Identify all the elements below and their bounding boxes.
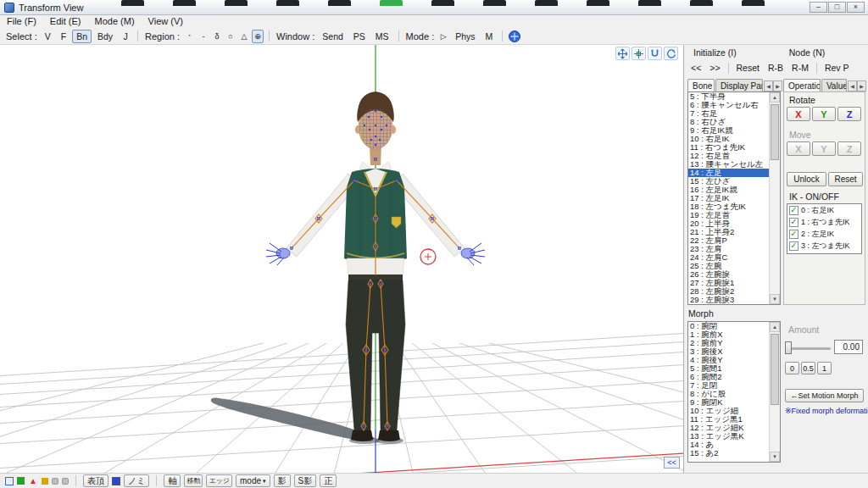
bone-list-item[interactable]: 18 : 左つま先IK — [688, 202, 769, 211]
bone-list-item[interactable]: 21 : 上半身2 — [688, 228, 769, 236]
rotate-y-button[interactable]: Y — [812, 107, 836, 121]
bone-list-item[interactable]: 5 : 下半身 — [688, 92, 769, 101]
morph-list[interactable]: ▲ ▼ 0 : 腕閉 1 : 腕前X 2 : 腕前Y 3 : 腕後X 4 : 腕… — [687, 321, 781, 463]
menu-mode[interactable]: Mode (M) — [88, 15, 142, 28]
scroll-down-icon[interactable]: ▼ — [770, 294, 780, 304]
unlock-button[interactable]: Unlock — [787, 172, 826, 186]
move-x-button[interactable]: X — [787, 141, 810, 156]
bone-list-item[interactable]: 27 : 左腕捩1 — [688, 279, 769, 287]
bone-list-item[interactable]: 26 : 左腕捩 — [688, 270, 769, 279]
ik-item[interactable]: ✓ 3 : 左つま先IK — [787, 240, 861, 252]
region-triangle-button[interactable]: △ — [238, 30, 250, 43]
morph-list-item[interactable]: 15 : あ2 — [688, 449, 769, 458]
reset-bone-button[interactable]: R-B — [764, 63, 787, 73]
maximize-button[interactable]: □ — [828, 2, 846, 13]
bone-list-item[interactable]: 13 : 腰キャンセル左 — [688, 160, 769, 169]
scroll-up-icon[interactable]: ▲ — [770, 322, 780, 332]
show-vertices-button[interactable]: 表頂 — [83, 474, 108, 487]
morph-list-item[interactable]: 6 : 腕間2 — [688, 373, 769, 381]
checkbox-checked-icon[interactable]: ✓ — [789, 230, 798, 239]
red-triangle-icon[interactable]: ▲ — [28, 476, 38, 486]
reset-morph-button[interactable]: R-M — [787, 63, 813, 73]
select-body-button[interactable]: Bdy — [93, 30, 117, 43]
morph-list-item[interactable]: 2 : 腕前Y — [688, 339, 769, 347]
reset-button[interactable]: Reset — [732, 63, 764, 73]
layers-icon[interactable] — [5, 477, 14, 485]
viewport-canvas[interactable] — [0, 45, 684, 473]
preset-one-button[interactable]: 1 — [817, 362, 832, 374]
bone-list-item[interactable]: 22 : 左肩P — [688, 236, 769, 245]
rotate-x-button[interactable]: X — [787, 107, 810, 121]
tab-scroll-left-icon[interactable]: ◀ — [848, 80, 857, 92]
morph-list-item[interactable]: 14 : あ — [688, 441, 769, 449]
scroll-thumb[interactable] — [771, 334, 779, 405]
amount-slider-thumb[interactable] — [785, 341, 792, 354]
bone-list-item[interactable]: 28 : 左腕捩2 — [688, 287, 769, 296]
initialize-menu[interactable]: Initialize (I) — [688, 47, 742, 58]
window-ps-button[interactable]: PS — [349, 30, 370, 43]
bone-list-item[interactable]: 25 : 左腕 — [688, 262, 769, 270]
preset-half-button[interactable]: 0.5 — [801, 362, 815, 374]
bone-list-item[interactable]: 24 : 左肩C — [688, 253, 769, 262]
scroll-up-icon[interactable]: ▲ — [770, 92, 780, 103]
minimize-button[interactable]: – — [810, 2, 827, 13]
tab-display-pane[interactable]: Display Pane — [715, 79, 763, 92]
tab-value[interactable]: Value — [821, 79, 847, 92]
region-delta-button[interactable]: δ — [211, 30, 223, 43]
yellow-square-icon[interactable] — [42, 478, 48, 485]
normal-toggle-button[interactable]: ノミ — [124, 474, 149, 487]
axis-toggle-button[interactable]: 軸 — [164, 474, 181, 487]
morph-list-scrollbar[interactable]: ▲ ▼ — [769, 322, 780, 462]
morph-list-item[interactable]: 13 : エッジ黒K — [688, 432, 769, 441]
checkbox-checked-icon[interactable]: ✓ — [789, 218, 798, 227]
window-send-button[interactable]: Send — [318, 30, 348, 43]
bone-list-item[interactable]: 8 : 右ひざ — [688, 118, 769, 126]
vertex-color-swatch[interactable] — [112, 477, 120, 485]
move-toggle-button[interactable]: 移動 — [184, 474, 203, 487]
mode-dropdown[interactable]: mode ▾ — [236, 474, 270, 487]
bone-list-item[interactable]: 14 : 左足 — [688, 169, 769, 177]
node-menu[interactable]: Node (N) — [784, 47, 831, 58]
move-y-button[interactable]: Y — [812, 141, 836, 156]
shadow-toggle-button[interactable]: 影 — [274, 474, 291, 487]
front-view-button[interactable]: 正 — [320, 474, 337, 487]
mode-play-button[interactable]: ▷ — [437, 30, 449, 43]
checkbox-checked-icon[interactable]: ✓ — [789, 241, 798, 251]
select-face-button[interactable]: F — [57, 30, 70, 43]
scroll-down-icon[interactable]: ▼ — [770, 452, 780, 462]
morph-list-item[interactable]: 11 : エッジ黒1 — [688, 415, 769, 424]
bone-list-item[interactable]: 15 : 左ひざ — [688, 177, 769, 186]
gray-icon-2[interactable] — [62, 478, 69, 485]
morph-list-item[interactable]: 3 : 腕後X — [688, 347, 769, 356]
menu-file[interactable]: File (F) — [0, 15, 43, 28]
tab-operation[interactable]: Operation — [783, 79, 821, 92]
region-line-button[interactable]: - — [198, 30, 209, 43]
morph-list-item[interactable]: 7 : 足閉 — [688, 381, 769, 390]
rotate-z-button[interactable]: Z — [837, 107, 861, 121]
select-vertex-button[interactable]: V — [41, 30, 55, 43]
viewport-3d[interactable]: << — [0, 45, 684, 473]
edge-toggle-button[interactable]: エッジ — [206, 474, 232, 487]
menu-view[interactable]: View (V) — [142, 15, 190, 28]
scroll-thumb[interactable] — [771, 104, 779, 160]
morph-list-item[interactable]: 0 : 腕閉 — [688, 322, 769, 330]
move-z-button[interactable]: Z — [837, 141, 861, 156]
close-button[interactable]: × — [847, 2, 865, 13]
magnet-snap-icon[interactable] — [648, 47, 662, 60]
morph-list-item[interactable]: 9 : 腕閉K — [688, 398, 769, 407]
select-joint-button[interactable]: J — [119, 30, 132, 43]
bone-list-item[interactable]: 16 : 左足IK親 — [688, 186, 769, 194]
region-target-button[interactable]: ⊕ — [252, 30, 264, 43]
rotate-view-icon[interactable] — [664, 47, 678, 60]
green-square-icon[interactable] — [17, 477, 25, 485]
bone-list-item[interactable]: 17 : 左足IK — [688, 194, 769, 202]
morph-list-item[interactable]: 10 : エッジ細 — [688, 407, 769, 415]
gizmo-target-icon[interactable] — [508, 30, 521, 43]
bone-list-scrollbar[interactable]: ▲ ▼ — [769, 92, 780, 304]
mode-m-button[interactable]: M — [481, 30, 498, 43]
mode-phys-button[interactable]: Phys — [451, 30, 479, 43]
viewport-collapse-button[interactable]: << — [664, 457, 680, 469]
move-view-icon[interactable] — [632, 47, 646, 60]
tab-scroll-right-icon[interactable]: ▶ — [773, 80, 782, 92]
preset-zero-button[interactable]: 0 — [785, 362, 799, 374]
